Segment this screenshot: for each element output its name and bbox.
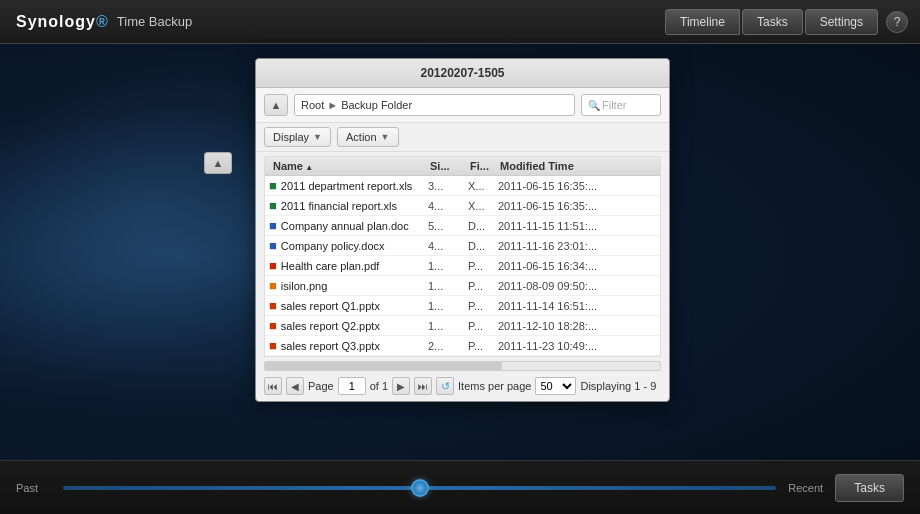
nav-settings-button[interactable]: Settings <box>805 9 878 35</box>
file-modified-cell: 2011-06-15 16:35:... <box>496 180 636 192</box>
file-modified-cell: 2011-06-15 16:34:... <box>496 260 636 272</box>
filter-placeholder: Filter <box>602 99 626 111</box>
nav-timeline-button[interactable]: Timeline <box>665 9 740 35</box>
filter-input-container[interactable]: 🔍 Filter <box>581 94 661 116</box>
table-row[interactable]: ■ 2011 financial report.xls 4... X... 20… <box>265 196 660 216</box>
file-name-cell: ■ Company policy.docx <box>269 238 426 253</box>
file-type-cell: P... <box>466 280 496 292</box>
horizontal-scrollbar[interactable] <box>264 361 661 371</box>
col-scrollbar-placeholder <box>636 160 656 172</box>
table-row[interactable]: ■ Company annual plan.doc 5... D... 2011… <box>265 216 660 236</box>
last-page-button[interactable]: ⏭ <box>414 377 432 395</box>
file-size-cell: 1... <box>426 260 466 272</box>
path-folder: Backup Folder <box>341 99 412 111</box>
file-name-cell: ■ Company annual plan.doc <box>269 218 426 233</box>
file-name-cell: ■ isilon.png <box>269 278 426 293</box>
file-size-cell: 2... <box>426 340 466 352</box>
help-button[interactable]: ? <box>886 11 908 33</box>
col-modified[interactable]: Modified Time <box>496 160 636 172</box>
file-type-cell: P... <box>466 260 496 272</box>
header-nav: Timeline Tasks Settings ? <box>665 9 920 35</box>
file-type-icon: ■ <box>269 258 277 273</box>
timeline-bar: Past Recent Tasks <box>0 460 920 514</box>
col-size[interactable]: Si... <box>426 160 466 172</box>
file-modified-cell: 2011-08-09 09:50:... <box>496 280 636 292</box>
file-name-cell: ■ 2011 department report.xls <box>269 178 426 193</box>
path-bar: Root ► Backup Folder <box>294 94 575 116</box>
display-dropdown-arrow: ▼ <box>313 132 322 142</box>
displaying-label: Displaying 1 - 9 <box>580 380 656 392</box>
file-list: ■ 2011 department report.xls 3... X... 2… <box>265 176 660 356</box>
page-input[interactable] <box>338 377 366 395</box>
first-page-button[interactable]: ⏮ <box>264 377 282 395</box>
search-icon: 🔍 <box>588 100 600 111</box>
logo-synology: Synology® <box>16 13 109 31</box>
col-type[interactable]: Fi... <box>466 160 496 172</box>
refresh-button[interactable]: ↺ <box>436 377 454 395</box>
file-type-cell: P... <box>466 300 496 312</box>
pagination-bar: ⏮ ◀ Page of 1 ▶ ⏭ ↺ Items per page 50 25… <box>256 371 669 401</box>
timeline-thumb[interactable] <box>411 479 429 497</box>
app-name: Time Backup <box>117 14 192 29</box>
table-row[interactable]: ■ Health care plan.pdf 1... P... 2011-06… <box>265 256 660 276</box>
display-dropdown[interactable]: Display ▼ <box>264 127 331 147</box>
nav-tasks-button[interactable]: Tasks <box>742 9 803 35</box>
table-row[interactable]: ■ isilon.png 1... P... 2011-08-09 09:50:… <box>265 276 660 296</box>
file-type-cell: D... <box>466 220 496 232</box>
prev-page-button[interactable]: ◀ <box>286 377 304 395</box>
file-size-cell: 1... <box>426 300 466 312</box>
of-label: of 1 <box>370 380 388 392</box>
side-panel: ▲ <box>200 148 236 178</box>
file-type-cell: D... <box>466 240 496 252</box>
file-type-icon: ■ <box>269 318 277 333</box>
table-row[interactable]: ■ sales report Q3.pptx 2... P... 2011-11… <box>265 336 660 356</box>
file-type-icon: ■ <box>269 298 277 313</box>
file-size-cell: 4... <box>426 240 466 252</box>
side-up-button[interactable]: ▲ <box>204 152 232 174</box>
file-type-icon: ■ <box>269 278 277 293</box>
back-button[interactable]: ▲ <box>264 94 288 116</box>
file-type-icon: ■ <box>269 218 277 233</box>
file-modified-cell: 2011-12-10 18:28:... <box>496 320 636 332</box>
file-modified-cell: 2011-11-15 11:51:... <box>496 220 636 232</box>
items-per-page-select[interactable]: 50 25 100 <box>535 377 576 395</box>
tasks-button[interactable]: Tasks <box>835 474 904 502</box>
file-type-icon: ■ <box>269 178 277 193</box>
file-type-icon: ■ <box>269 198 277 213</box>
table-row[interactable]: ■ 2011 department report.xls 3... X... 2… <box>265 176 660 196</box>
file-type-icon: ■ <box>269 238 277 253</box>
file-type-cell: P... <box>466 340 496 352</box>
timeline-track[interactable] <box>63 486 776 490</box>
file-name-cell: ■ sales report Q2.pptx <box>269 318 426 333</box>
col-name[interactable]: Name <box>269 160 426 172</box>
file-name-cell: ■ 2011 financial report.xls <box>269 198 426 213</box>
recent-label: Recent <box>788 482 823 494</box>
header-bar: Synology® Time Backup Timeline Tasks Set… <box>0 0 920 44</box>
file-modified-cell: 2011-11-23 10:49:... <box>496 340 636 352</box>
table-row[interactable]: ■ sales report Q1.pptx 1... P... 2011-11… <box>265 296 660 316</box>
file-name-cell: ■ sales report Q3.pptx <box>269 338 426 353</box>
file-name-cell: ■ Health care plan.pdf <box>269 258 426 273</box>
dialog-toolbar: ▲ Root ► Backup Folder 🔍 Filter <box>256 88 669 123</box>
past-label: Past <box>16 482 51 494</box>
file-type-icon: ■ <box>269 338 277 353</box>
file-size-cell: 1... <box>426 320 466 332</box>
file-type-cell: X... <box>466 200 496 212</box>
dialog-actions-bar: Display ▼ Action ▼ <box>256 123 669 152</box>
path-separator: ► <box>327 99 338 111</box>
action-dropdown[interactable]: Action ▼ <box>337 127 399 147</box>
next-page-button[interactable]: ▶ <box>392 377 410 395</box>
action-dropdown-arrow: ▼ <box>381 132 390 142</box>
action-label: Action <box>346 131 377 143</box>
logo-area: Synology® Time Backup <box>0 13 665 31</box>
table-row[interactable]: ■ sales report Q2.pptx 1... P... 2011-12… <box>265 316 660 336</box>
file-browser-dialog: 20120207-1505 ▲ Root ► Backup Folder 🔍 F… <box>255 58 670 402</box>
file-size-cell: 4... <box>426 200 466 212</box>
items-label: Items per page <box>458 380 531 392</box>
file-type-cell: X... <box>466 180 496 192</box>
file-modified-cell: 2011-11-16 23:01:... <box>496 240 636 252</box>
file-modified-cell: 2011-06-15 16:35:... <box>496 200 636 212</box>
file-type-cell: P... <box>466 320 496 332</box>
page-label: Page <box>308 380 334 392</box>
table-row[interactable]: ■ Company policy.docx 4... D... 2011-11-… <box>265 236 660 256</box>
